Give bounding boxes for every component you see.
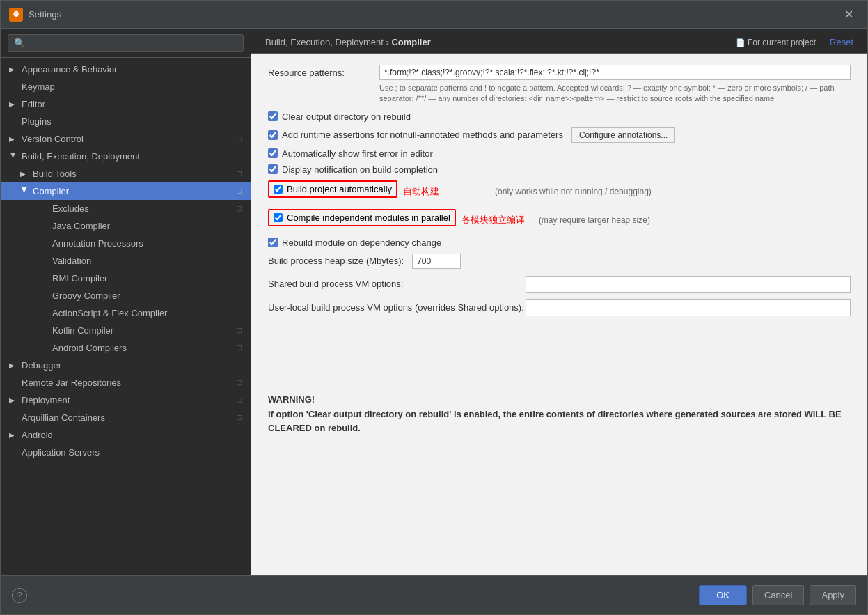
sidebar-item-annotation-processors[interactable]: Annotation Processors — [1, 235, 251, 252]
sidebar: ▶ Appearance & Behavior Keymap ▶ Editor … — [1, 29, 251, 575]
sidebar-item-label: ActionScript & Flex Compiler — [52, 308, 167, 318]
sidebar-item-label: Java Compiler — [52, 221, 110, 231]
sidebar-item-label: RMI Compiler — [52, 273, 107, 283]
build-automatically-note: (only works while not running / debuggin… — [495, 187, 652, 196]
search-input[interactable] — [8, 34, 244, 52]
sidebar-item-compiler[interactable]: ▶ Compiler ⊡ — [1, 182, 251, 200]
user-vm-label: User-local build process VM options (ove… — [268, 302, 526, 313]
titlebar: ⚙ Settings ✕ — [1, 1, 867, 29]
sidebar-item-label: Android Compilers — [52, 343, 127, 353]
sidebar-item-build-tools[interactable]: ▶ Build Tools ⊡ — [1, 165, 251, 182]
sidebar-item-label: Validation — [52, 256, 91, 266]
add-assertions-checkbox[interactable] — [268, 130, 278, 140]
apply-button[interactable]: Apply — [810, 585, 856, 605]
arrow-icon: ▶ — [9, 396, 17, 404]
sidebar-item-label: Build Tools — [33, 169, 77, 179]
compile-parallel-checkbox[interactable] — [274, 213, 283, 222]
sidebar-item-groovy-compiler[interactable]: Groovy Compiler — [1, 287, 251, 304]
search-container — [1, 29, 251, 58]
resource-patterns-hint: Use ; to separate patterns and ! to nega… — [379, 83, 851, 104]
user-vm-row: User-local build process VM options (ove… — [268, 299, 851, 316]
breadcrumb-current: Compiler — [391, 37, 430, 47]
clear-output-checkbox[interactable] — [268, 111, 278, 121]
rebuild-dependency-label[interactable]: Rebuild module on dependency change — [282, 238, 441, 248]
sidebar-item-arquillian[interactable]: Arquillian Containers ⊡ — [1, 409, 251, 426]
arrow-icon: ▶ — [9, 100, 17, 108]
sidebar-item-label: Compiler — [33, 186, 69, 196]
sidebar-item-label: Annotation Processors — [52, 238, 143, 249]
build-automatically-label[interactable]: Build project automatically — [287, 184, 392, 194]
arrow-icon: ▶ — [9, 431, 17, 439]
breadcrumb: Build, Execution, Deployment › Compiler — [265, 37, 736, 47]
build-automatically-row: Build project automatically 自动构建 (only w… — [268, 180, 851, 203]
shared-vm-input[interactable] — [526, 276, 851, 293]
warning-title: WARNING! — [268, 394, 315, 405]
sidebar-item-label: Debugger — [22, 360, 61, 371]
display-notification-checkbox[interactable] — [268, 164, 278, 174]
display-notification-label[interactable]: Display notification on build completion — [282, 164, 438, 175]
sidebar-item-label: Editor — [22, 99, 45, 109]
clear-output-label[interactable]: Clear output directory on rebuild — [282, 111, 411, 122]
sidebar-item-kotlin-compiler[interactable]: Kotlin Compiler ⊡ — [1, 322, 251, 339]
sidebar-item-actionscript-flex[interactable]: ActionScript & Flex Compiler — [1, 304, 251, 322]
sidebar-item-label: Arquillian Containers — [22, 412, 105, 423]
sidebar-item-rmi-compiler[interactable]: RMI Compiler — [1, 270, 251, 287]
sidebar-item-appearance[interactable]: ▶ Appearance & Behavior — [1, 61, 251, 78]
resource-patterns-field: Use ; to separate patterns and ! to nega… — [379, 65, 851, 104]
compile-parallel-label[interactable]: Compile independent modules in parallel — [287, 212, 450, 223]
rebuild-dependency-checkbox[interactable] — [268, 238, 278, 247]
build-automatically-highlight: Build project automatically — [268, 180, 397, 198]
sidebar-item-excludes[interactable]: Excludes ⊡ — [1, 200, 251, 217]
ext-icon: ⊡ — [236, 169, 242, 178]
sidebar-item-deployment[interactable]: ▶ Deployment ⊡ — [1, 391, 251, 409]
heap-size-row: Build process heap size (Mbytes): — [268, 254, 851, 269]
sidebar-item-remote-jar[interactable]: Remote Jar Repositories ⊡ — [1, 374, 251, 391]
sidebar-item-label: Excludes — [52, 203, 89, 214]
footer: ? OK Cancel Apply — [1, 575, 867, 614]
heap-size-input[interactable] — [412, 254, 461, 269]
sidebar-item-version-control[interactable]: ▶ Version Control ⊡ — [1, 130, 251, 148]
add-assertions-label[interactable]: Add runtime assertions for notnull-annot… — [282, 130, 563, 140]
reset-button[interactable]: Reset — [830, 37, 853, 47]
sidebar-item-plugins[interactable]: Plugins — [1, 113, 251, 130]
sidebar-item-debugger[interactable]: ▶ Debugger — [1, 357, 251, 374]
warning-box: WARNING! If option 'Clear output directo… — [268, 379, 851, 443]
warning-body: If option 'Clear output directory on reb… — [268, 409, 842, 434]
arrow-icon: ▶ — [9, 65, 17, 73]
compile-parallel-annotation: 各模块独立编译 — [461, 214, 525, 226]
main-panel: Build, Execution, Deployment › Compiler … — [251, 29, 867, 575]
configure-annotations-button[interactable]: Configure annotations... — [571, 127, 675, 143]
sidebar-item-application-servers[interactable]: Application Servers — [1, 444, 251, 461]
user-vm-input[interactable] — [526, 299, 851, 316]
warning-text: WARNING! If option 'Clear output directo… — [268, 393, 851, 436]
ok-button[interactable]: OK — [699, 585, 747, 605]
show-first-error-label[interactable]: Automatically show first error in editor — [282, 148, 433, 159]
sidebar-item-keymap[interactable]: Keymap — [1, 78, 251, 95]
app-icon: ⚙ — [9, 8, 23, 22]
sidebar-item-label: Plugins — [22, 116, 52, 127]
ext-icon: ⊡ — [236, 378, 242, 387]
nav-list: ▶ Appearance & Behavior Keymap ▶ Editor … — [1, 58, 251, 575]
sidebar-item-android[interactable]: ▶ Android — [1, 426, 251, 444]
settings-content: Resource patterns: Use ; to separate pat… — [251, 54, 867, 575]
show-first-error-checkbox[interactable] — [268, 148, 278, 158]
resource-patterns-input[interactable] — [379, 65, 851, 80]
breadcrumb-prefix: Build, Execution, Deployment — [265, 37, 384, 47]
sidebar-item-label: Application Servers — [22, 447, 100, 458]
sidebar-item-android-compilers[interactable]: Android Compilers ⊡ — [1, 339, 251, 357]
sidebar-item-validation[interactable]: Validation — [1, 252, 251, 270]
arrow-icon: ▶ — [20, 170, 29, 178]
add-assertions-row: Add runtime assertions for notnull-annot… — [268, 127, 851, 143]
help-button[interactable]: ? — [12, 588, 27, 603]
settings-window: ⚙ Settings ✕ ▶ Appearance & Behavior Key… — [0, 0, 868, 615]
close-button[interactable]: ✕ — [839, 5, 859, 24]
footer-left: ? — [12, 588, 27, 603]
show-first-error-row: Automatically show first error in editor — [268, 148, 851, 159]
ext-icon: ⊡ — [236, 326, 242, 335]
project-link[interactable]: 📄 For current project — [736, 38, 816, 47]
cancel-button[interactable]: Cancel — [752, 585, 804, 605]
sidebar-item-editor[interactable]: ▶ Editor — [1, 95, 251, 113]
build-automatically-checkbox[interactable] — [274, 185, 283, 194]
sidebar-item-java-compiler[interactable]: Java Compiler — [1, 217, 251, 235]
sidebar-item-build-exec-deploy[interactable]: ▶ Build, Execution, Deployment — [1, 148, 251, 165]
